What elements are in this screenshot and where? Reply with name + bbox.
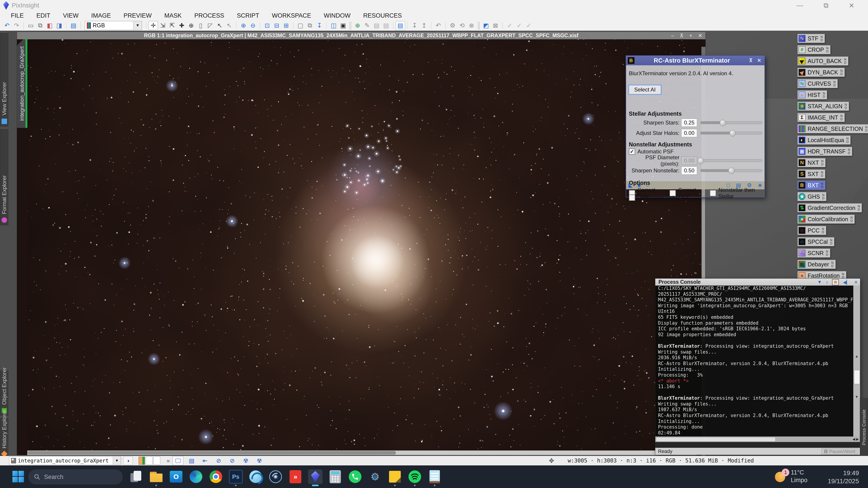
screen-disable1-icon[interactable]: ⊘ bbox=[213, 456, 224, 465]
process-console[interactable]: Process Console ▼ ↕ ◀▏ ✕ C:/LIXO5/SKY_WT… bbox=[655, 278, 860, 455]
check1-icon[interactable]: ✓ bbox=[505, 21, 515, 30]
minimize-icon[interactable]: — bbox=[796, 2, 803, 9]
select-arrow2-icon[interactable]: ↖ bbox=[224, 21, 234, 30]
zoom-fit-icon[interactable]: ⇲ bbox=[158, 21, 167, 30]
task-view-icon[interactable] bbox=[129, 469, 144, 484]
menu-item-edit[interactable]: EDIT bbox=[30, 11, 57, 20]
process-item-nxt[interactable]: NNXTND bbox=[798, 158, 826, 167]
nina-icon[interactable] bbox=[248, 469, 263, 484]
process-item-debayer[interactable]: ▦DebayerND bbox=[798, 260, 836, 269]
iw-zoom-icon[interactable]: + bbox=[689, 33, 692, 39]
sharpen-stars-input[interactable] bbox=[681, 119, 697, 127]
bxt-titlebar[interactable]: B RC-Astro BlurXTerminator ⊼ ✕ bbox=[626, 56, 765, 65]
undo-icon[interactable]: ↶ bbox=[2, 21, 12, 30]
more-chevrons-icon[interactable]: » bbox=[166, 457, 170, 464]
console-log[interactable]: C:/LIXO5/SKY_WTACHER_GTI_ASI294MC_ASI260… bbox=[655, 286, 854, 436]
zoom-optimal-icon[interactable]: ⇱ bbox=[167, 21, 177, 30]
image-horizontal-scrollbar[interactable] bbox=[27, 451, 696, 455]
menu-item-process[interactable]: PROCESS bbox=[188, 11, 230, 20]
process-item-bxt[interactable]: BBXTND bbox=[798, 181, 825, 190]
process-item-range_selection[interactable]: RANGE_SELECTIONND bbox=[798, 124, 868, 133]
menu-item-script[interactable]: SCRIPT bbox=[230, 11, 266, 20]
window-cascade-icon[interactable]: ▣ bbox=[338, 21, 348, 30]
swatch-3[interactable] bbox=[153, 457, 160, 465]
image-window-body[interactable]: integration_autocrop_GraXpert bbox=[17, 39, 706, 455]
process-item-scnr[interactable]: ∴SCNRND bbox=[798, 249, 830, 258]
console-pin-icon[interactable] bbox=[832, 279, 839, 285]
pixinsight-icon[interactable] bbox=[308, 469, 322, 484]
console-close-icon[interactable]: ✕ bbox=[854, 280, 858, 285]
adjust-star-halos-input[interactable] bbox=[681, 129, 697, 137]
process-item-sxt[interactable]: SSXTND bbox=[798, 169, 825, 178]
center-view-icon[interactable]: ⊕ bbox=[186, 21, 196, 30]
process-item-localhistequa[interactable]: ◐LocalHistEquaND bbox=[798, 135, 850, 144]
new-image-icon[interactable]: ▤ bbox=[69, 21, 78, 30]
photoshop-icon[interactable]: Ps bbox=[228, 469, 243, 484]
process-item-spccal[interactable]: ∩SPCCalND bbox=[798, 237, 834, 246]
menu-item-mask[interactable]: MASK bbox=[158, 11, 188, 20]
sharpen-nonstellar-input[interactable] bbox=[681, 166, 697, 175]
process-history-icon[interactable]: ⟲ bbox=[457, 21, 467, 30]
console-resize-icon[interactable]: ↕ bbox=[826, 280, 828, 285]
bxt-dialog[interactable]: B RC-Astro BlurXTerminator ⊼ ✕ BlurXTerm… bbox=[626, 55, 765, 197]
process-console-titlebar[interactable]: Process Console ▼ ↕ ◀▏ ✕ bbox=[655, 279, 860, 286]
process-item-hdr_transf[interactable]: ▣HDR_TRANSFND bbox=[798, 147, 852, 156]
scroll-left-right-icons[interactable]: ◀ ▶ bbox=[852, 436, 859, 442]
process-item-dyn_back[interactable]: ▶DYN_BACKND bbox=[798, 68, 845, 77]
preview-rect-icon[interactable]: ▢ bbox=[296, 21, 305, 30]
swatch-2[interactable] bbox=[146, 457, 153, 465]
menu-item-image[interactable]: IMAGE bbox=[85, 11, 117, 20]
select-ai-button[interactable]: Select AI bbox=[629, 85, 661, 94]
view-selector-tab[interactable]: integration_autocrop_GraXpert bbox=[17, 39, 27, 128]
image-window[interactable]: RGB 1:1 integration_autocrop_GraXpert | … bbox=[17, 32, 706, 455]
sharpen-nonstellar-slider[interactable] bbox=[700, 169, 762, 172]
mask-red-icon[interactable]: ◧ bbox=[45, 21, 55, 30]
calculator-icon[interactable] bbox=[328, 469, 342, 484]
zoom-all-icon[interactable]: ⊞ bbox=[281, 21, 291, 30]
menu-item-window[interactable]: WINDOW bbox=[317, 11, 357, 20]
screen-transfer-icon[interactable]: ⇤ bbox=[199, 456, 211, 465]
process-item-stf[interactable]: ∿STFND bbox=[798, 34, 825, 43]
save-down-icon[interactable]: ↧ bbox=[410, 21, 419, 30]
process-item-image_int[interactable]: ΣIMAGE_INTND bbox=[798, 113, 845, 122]
screen-warn2-icon[interactable]: ☢ bbox=[254, 456, 265, 465]
mask-remove-icon[interactable]: ⊠ bbox=[491, 21, 500, 30]
sidebar-tab-object-explorer[interactable]: Object Explorer bbox=[0, 370, 8, 416]
process-close-icon[interactable]: ⊗ bbox=[467, 21, 476, 30]
chevron-down-icon[interactable]: ▼ bbox=[133, 22, 142, 30]
outlook-icon[interactable]: O bbox=[169, 469, 183, 484]
option-luminance-only[interactable]: Luminance Only bbox=[629, 195, 677, 201]
option-nonstellar-then-stellar[interactable]: Nonstellar then Stellar bbox=[710, 187, 765, 199]
clock-widget[interactable]: 19:49 19/11/2025 bbox=[828, 469, 859, 485]
menu-item-file[interactable]: FILE bbox=[4, 11, 30, 20]
active-swatch[interactable] bbox=[138, 457, 145, 465]
screen-warn1-icon[interactable]: ☢ bbox=[240, 456, 251, 465]
track-view-icon[interactable]: ✛ bbox=[149, 21, 158, 30]
automatic-psf-option[interactable]: ✓ Automatic PSF bbox=[629, 149, 674, 155]
process-item-star_align[interactable]: ★STAR_ALIGNND bbox=[798, 102, 849, 111]
process-console-side-tab[interactable]: Process Console bbox=[860, 398, 868, 456]
image-window-titlebar[interactable]: RGB 1:1 integration_autocrop_GraXpert | … bbox=[17, 32, 706, 39]
zoom-out-icon[interactable]: ⊖ bbox=[248, 21, 258, 30]
start-button[interactable] bbox=[12, 471, 24, 483]
preview-add-icon[interactable]: ⧉ bbox=[305, 21, 315, 30]
pan-icon[interactable]: ✚ bbox=[177, 21, 186, 30]
process-item-auto_back[interactable]: ▶AUTO_BACKND bbox=[798, 57, 848, 66]
rename-view-icon[interactable]: ▭ bbox=[26, 21, 35, 30]
menu-item-preview[interactable]: PREVIEW bbox=[117, 11, 158, 20]
duplicate-window-icon[interactable]: ⧉ bbox=[35, 21, 45, 30]
split-right-icon[interactable]: ◸ bbox=[206, 21, 215, 30]
process-item-ghs[interactable]: ★GHSND bbox=[798, 192, 827, 201]
chrome-icon[interactable] bbox=[209, 469, 223, 484]
adjust-star-halos-slider[interactable] bbox=[700, 132, 762, 134]
zoom-1-1-icon[interactable]: ⊡ bbox=[262, 21, 272, 30]
image-edit-icon[interactable]: ✎ bbox=[362, 21, 372, 30]
process-item-hist[interactable]: ▲HISTND bbox=[798, 90, 827, 99]
process-item-pcc[interactable]: ∩PCCND bbox=[798, 226, 826, 235]
sidebar-tab-format-explorer[interactable]: Format Explorer bbox=[0, 129, 8, 225]
scroll-up-icon[interactable]: ▲ bbox=[853, 353, 860, 359]
screen-default-icon[interactable]: 🖵 bbox=[173, 456, 183, 465]
revert-icon[interactable]: ↶ bbox=[434, 21, 443, 30]
menu-item-view[interactable]: VIEW bbox=[57, 11, 85, 20]
sidebar-tab-view-explorer[interactable]: View Explorer bbox=[0, 33, 8, 127]
